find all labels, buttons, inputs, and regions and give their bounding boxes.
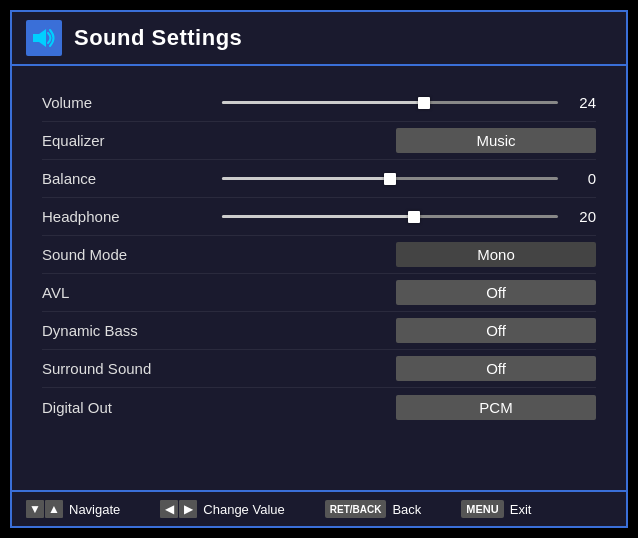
sound-mode-row: Sound Mode Mono [42,236,596,274]
sound-mode-label: Sound Mode [42,246,222,263]
back-hint: RET/BACK Back [325,500,422,518]
equalizer-row: Equalizer Music [42,122,596,160]
digital-out-row: Digital Out PCM [42,388,596,426]
dynamic-bass-row: Dynamic Bass Off [42,312,596,350]
equalizer-control: Music [222,128,596,153]
avl-dropdown[interactable]: Off [396,280,596,305]
footer: ▼ ▲ Navigate ◀ ▶ Change Value RET/BACK B… [12,490,626,526]
avl-control: Off [222,280,596,305]
avl-row: AVL Off [42,274,596,312]
right-arrow-icon: ▶ [179,500,197,518]
left-arrow-icon: ◀ [160,500,178,518]
volume-row: Volume 24 [42,84,596,122]
headphone-slider[interactable] [222,215,558,218]
surround-sound-dropdown[interactable]: Off [396,356,596,381]
digital-out-dropdown[interactable]: PCM [396,395,596,420]
sound-mode-control: Mono [222,242,596,267]
svg-marker-1 [39,29,46,47]
page-title: Sound Settings [74,25,242,51]
headphone-thumb [408,211,420,223]
volume-value: 24 [568,94,596,111]
avl-label: AVL [42,284,222,301]
menu-key: MENU [461,500,503,518]
sound-icon [26,20,62,56]
volume-fill [222,101,424,104]
volume-label: Volume [42,94,222,111]
volume-thumb [418,97,430,109]
balance-value: 0 [568,170,596,187]
balance-fill [222,177,390,180]
balance-slider[interactable] [222,177,558,180]
surround-sound-control: Off [222,356,596,381]
settings-list: Volume 24 Equalizer Music Balance [12,66,626,490]
retback-key: RET/BACK [325,500,387,518]
surround-sound-label: Surround Sound [42,360,222,377]
navigate-label: Navigate [69,502,120,517]
volume-track [222,101,558,104]
volume-control: 24 [222,94,596,111]
headphone-row: Headphone 20 [42,198,596,236]
sound-mode-dropdown[interactable]: Mono [396,242,596,267]
header: Sound Settings [12,12,626,66]
equalizer-dropdown[interactable]: Music [396,128,596,153]
balance-control: 0 [222,170,596,187]
down-arrow-icon: ▼ [26,500,44,518]
navigate-hint: ▼ ▲ Navigate [26,500,120,518]
change-value-label: Change Value [203,502,284,517]
back-label: Back [392,502,421,517]
balance-thumb [384,173,396,185]
balance-row: Balance 0 [42,160,596,198]
exit-hint: MENU Exit [461,500,531,518]
exit-label: Exit [510,502,532,517]
balance-track [222,177,558,180]
headphone-label: Headphone [42,208,222,225]
dynamic-bass-control: Off [222,318,596,343]
equalizer-label: Equalizer [42,132,222,149]
headphone-value: 20 [568,208,596,225]
svg-rect-0 [33,34,39,42]
surround-sound-row: Surround Sound Off [42,350,596,388]
navigate-arrows: ▼ ▲ [26,500,63,518]
digital-out-control: PCM [222,395,596,420]
headphone-control: 20 [222,208,596,225]
sound-settings-screen: Sound Settings Volume 24 Equalizer Music [10,10,628,528]
dynamic-bass-dropdown[interactable]: Off [396,318,596,343]
balance-label: Balance [42,170,222,187]
volume-slider[interactable] [222,101,558,104]
digital-out-label: Digital Out [42,399,222,416]
change-value-hint: ◀ ▶ Change Value [160,500,284,518]
headphone-fill [222,215,414,218]
footer-left-column: RET/BACK Back [325,500,422,518]
headphone-track [222,215,558,218]
dynamic-bass-label: Dynamic Bass [42,322,222,339]
footer-right-column: MENU Exit [461,500,531,518]
change-value-arrows: ◀ ▶ [160,500,197,518]
up-arrow-icon: ▲ [45,500,63,518]
